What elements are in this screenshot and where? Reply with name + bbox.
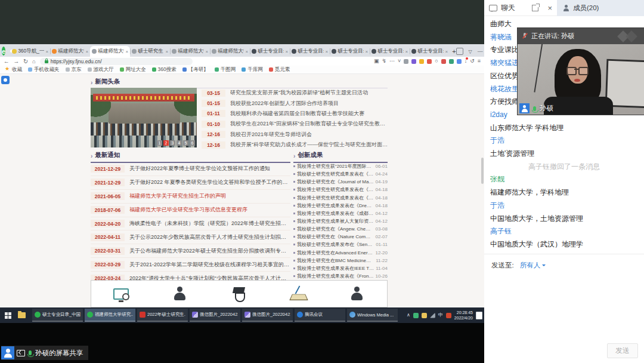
- notice-item[interactable]: 2022-04-20 海峡柔性电子（未来科技）学院（研究院）2022年博士研究生…: [91, 217, 290, 231]
- tab-manager-icon[interactable]: [456, 48, 463, 55]
- achievement-item[interactable]: 我校博士研究生研究成果发表在《Compre... 04-18: [293, 186, 388, 193]
- achievement-item[interactable]: 我校博士研究生获“2021年度国际光学工... 06-01: [293, 162, 388, 170]
- notice-title[interactable]: 关于2021-2022学年第二学期研究生校级在线课程学习相关事宜的通知: [129, 261, 290, 269]
- reload-button[interactable]: ↻: [23, 59, 28, 64]
- browser-360-logo-icon[interactable]: e: [2, 47, 5, 56]
- browser-tab[interactable]: 硕士专业目录 ×: [370, 46, 410, 57]
- undo-icon[interactable]: ↺: [470, 59, 475, 64]
- tab-close-icon[interactable]: ×: [125, 49, 128, 54]
- achievement-title[interactable]: 我校硕士研究生在《Nature Communicati...: [297, 233, 374, 240]
- achievement-title[interactable]: 我校博士研究生研究成果发表在《Compre...: [297, 186, 374, 193]
- send-to-dropdown[interactable]: 所有人: [520, 261, 546, 270]
- achievement-item[interactable]: 我校硕士研究生在《Journal of Materia... 04-19: [293, 178, 388, 186]
- achievement-title[interactable]: 我校博士研究生研究成果发表在《Fronti...: [297, 195, 374, 201]
- news-item[interactable]: 03-15 研究生院党支部开展“我为校园添新绿”植树节主题党日活动: [202, 88, 388, 98]
- notice-item[interactable]: 2018-07-06 福建师范大学已毕业研究生学习形式信息变更程序: [91, 204, 290, 217]
- achievement-title[interactable]: 我校硕士研究生在《Angew. Chem. Int....: [297, 226, 374, 232]
- carousel-page-button[interactable]: 2: [163, 140, 169, 146]
- window-minimize-button[interactable]: —: [478, 48, 483, 54]
- achievement-title[interactable]: 我校博士研究生获“2021年度国际光学工...: [297, 163, 374, 170]
- notice-item[interactable]: 2022-03-31 关于公布福建师范大学2022年硕士研究生招生部分拟接收调剂…: [91, 244, 290, 258]
- achievement-item[interactable]: 我校博士研究生成果发表在《Dreaming》 04-18: [293, 202, 388, 210]
- tab-close-icon[interactable]: ×: [405, 49, 408, 54]
- close-icon[interactable]: ×: [547, 4, 552, 12]
- bookmark-item[interactable]: 觅元素: [269, 66, 290, 73]
- ime-indicator[interactable]: 中: [438, 313, 443, 318]
- popout-icon[interactable]: [532, 5, 538, 11]
- carousel-page-button[interactable]: 4: [177, 140, 182, 146]
- menu-icon[interactable]: ≡: [478, 59, 481, 64]
- taskbar-item[interactable]: Windows Media ...: [347, 309, 398, 322]
- browser-tab[interactable]: 福建师范大学 ×: [90, 46, 130, 57]
- carousel-page-button[interactable]: 6: [190, 140, 195, 146]
- more-icon[interactable]: ⋯: [389, 59, 395, 64]
- news-title[interactable]: 我校召开2021年研究生导师培训会: [230, 131, 312, 139]
- extension-orange-icon[interactable]: [427, 59, 432, 64]
- achievement-item[interactable]: 我校硕士研究生研究成果发表在《Natur... 04-24: [293, 170, 388, 178]
- news-item[interactable]: 01-15 我校获批2022年创新型人才国际合作培养项目: [202, 98, 388, 108]
- notice-item[interactable]: 2021-06-05 福建师范大学关于研究生招生工作的声明: [91, 190, 290, 204]
- news-item[interactable]: 01-10 我校学生在2021年“田家炳杯”全日制教育硕士专业学位研究生教学技能…: [202, 119, 388, 129]
- zoom-icon[interactable]: ○: [435, 59, 438, 64]
- news-item[interactable]: 01-11 我校顺利承办福建省第四届全日制教育硕士教学技能大赛: [202, 109, 388, 119]
- tab-close-icon[interactable]: ×: [325, 49, 328, 54]
- computer-search-icon[interactable]: [113, 288, 129, 300]
- notice-title[interactable]: 福建师范大学已毕业研究生学习形式信息变更程序: [129, 206, 247, 214]
- taskbar-item[interactable]: 2022年硕士研究生...: [137, 309, 188, 322]
- taskbar-item[interactable]: 福建师范大学研究...: [85, 309, 135, 322]
- tab-close-icon[interactable]: ×: [85, 49, 88, 54]
- notice-title[interactable]: 关于公布福建师范大学2022年硕士研究生招生部分拟接收调剂专业的通知: [129, 247, 290, 255]
- achievement-item[interactable]: 我校博士研究生在BMC Medicine发表重要... 11-22: [293, 257, 388, 264]
- achievement-title[interactable]: 我校博士研究生成果发表在IEEE Transac...: [297, 265, 374, 272]
- achievement-item[interactable]: 我校博士研究生成果发表在《成都体育学... 04-12: [293, 210, 388, 217]
- browser-tab[interactable]: 硕士专业目录 ×: [410, 46, 450, 57]
- sidebar-gadget-icon[interactable]: [1, 76, 10, 84]
- download-icon[interactable]: ↓: [465, 59, 467, 64]
- news-item[interactable]: 12-16 我校召开2021年研究生导师培训会: [202, 130, 388, 140]
- tab-close-icon[interactable]: ×: [45, 49, 48, 54]
- browser-tab[interactable]: 360导航_一 ×: [10, 46, 50, 57]
- achievement-item[interactable]: 我校博士研究生成果发表在《Frontiers ... 10-26: [293, 272, 388, 280]
- home-button[interactable]: ⌂: [32, 59, 36, 64]
- bookmark-item[interactable]: 收藏: [5, 66, 22, 73]
- notice-title[interactable]: 关于做好2022年夏季博士研究生学位论文预答辩工作的通知: [129, 165, 270, 173]
- news-title[interactable]: 我校学生在2021年“田家炳杯”全日制教育硕士专业学位研究生教学技能大赛中...: [230, 120, 388, 128]
- tab-close-icon[interactable]: ×: [205, 49, 208, 54]
- news-carousel[interactable]: 1 2 3 4 5 6: [91, 88, 197, 147]
- clipper-icon[interactable]: [404, 59, 408, 64]
- person-icon[interactable]: [172, 286, 188, 302]
- achievement-item[interactable]: 我校硕士研究生在《Nature Communicati... 02-07: [293, 233, 388, 241]
- news-title[interactable]: 我校顺利承办福建省第四届全日制教育硕士教学技能大赛: [230, 110, 364, 118]
- filter-icon[interactable]: ▽: [469, 49, 472, 54]
- taskbar-item[interactable]: 微信图片_2022042...: [190, 309, 240, 322]
- notice-title[interactable]: 福建师范大学关于研究生招生工作的声明: [129, 192, 226, 200]
- news-title[interactable]: 我校开展“科学研究助力成长成才——保世宁院士与研究生面对面”活动: [230, 141, 388, 149]
- taskbar-item[interactable]: 硕士专业目录_中国...: [32, 309, 83, 322]
- carousel-page-button[interactable]: 3: [170, 140, 175, 146]
- achievement-item[interactable]: 我校博士研究生研究成果发表在《Fronti... 04-18: [293, 194, 388, 202]
- achievement-item[interactable]: 我校硕士研究生在《Angew. Chem. Int.... 03-08: [293, 225, 388, 233]
- bookmark-item[interactable]: 千库网: [242, 66, 263, 73]
- notice-item[interactable]: 2021-12-29 关于做好2022年夏季博士研究生学位论文预答辩工作的通知: [91, 162, 290, 176]
- achievement-title[interactable]: 我校博士研究生成果发表在《Dreaming》: [297, 202, 374, 209]
- browser-tab[interactable]: 福建师范大学 ×: [170, 46, 210, 57]
- carousel-page-button[interactable]: 1: [157, 140, 162, 146]
- file-explorer-icon[interactable]: [18, 312, 26, 318]
- achievement-title[interactable]: 我校博士研究生成果发表在《Frontiers ...: [297, 273, 374, 279]
- bookmark-item[interactable]: 网址大全: [120, 66, 146, 73]
- network-icon[interactable]: [430, 313, 435, 318]
- tray-360-icon[interactable]: [446, 313, 451, 318]
- extension-red-icon[interactable]: [441, 59, 446, 64]
- wechat-icon[interactable]: [413, 313, 419, 318]
- achievement-title[interactable]: 我校硕士研究生研究成果发表在《Natur...: [297, 171, 374, 177]
- achievement-title[interactable]: 我校博士研究生成果被人大复印资料全文...: [297, 218, 374, 224]
- flash-icon[interactable]: ↯: [382, 59, 386, 64]
- tray-expand-icon[interactable]: ∧: [407, 313, 410, 318]
- person-icon[interactable]: [349, 286, 365, 302]
- extension-teal-icon[interactable]: [449, 59, 454, 64]
- url-text[interactable]: https://yjsy.fjnu.edu.cn/: [51, 59, 102, 64]
- page-scrollbar[interactable]: [481, 158, 484, 184]
- achievement-title[interactable]: 我校博士研究生成果发表在《成都体育学...: [297, 210, 374, 217]
- tray-folder-icon[interactable]: [422, 313, 427, 318]
- forward-button[interactable]: →: [14, 59, 20, 64]
